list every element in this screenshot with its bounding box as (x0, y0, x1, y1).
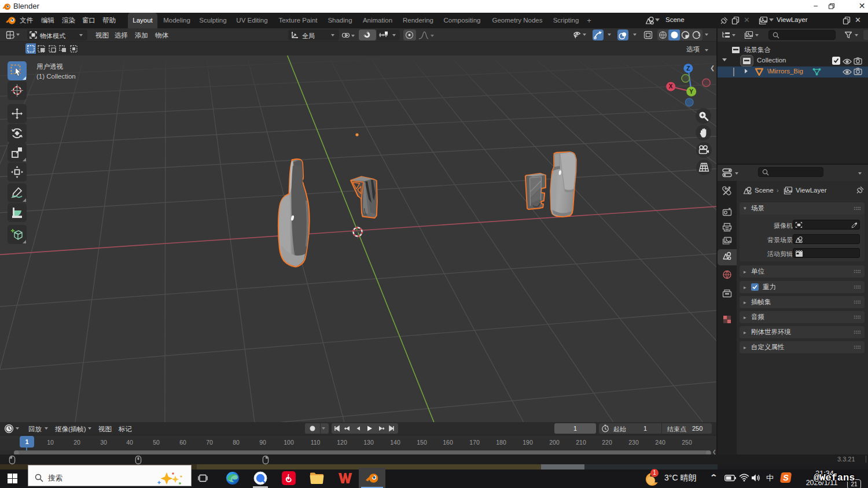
svg-text:X: X (669, 83, 673, 90)
svg-text:Z: Z (686, 65, 690, 72)
svg-text:Y: Y (689, 88, 693, 95)
